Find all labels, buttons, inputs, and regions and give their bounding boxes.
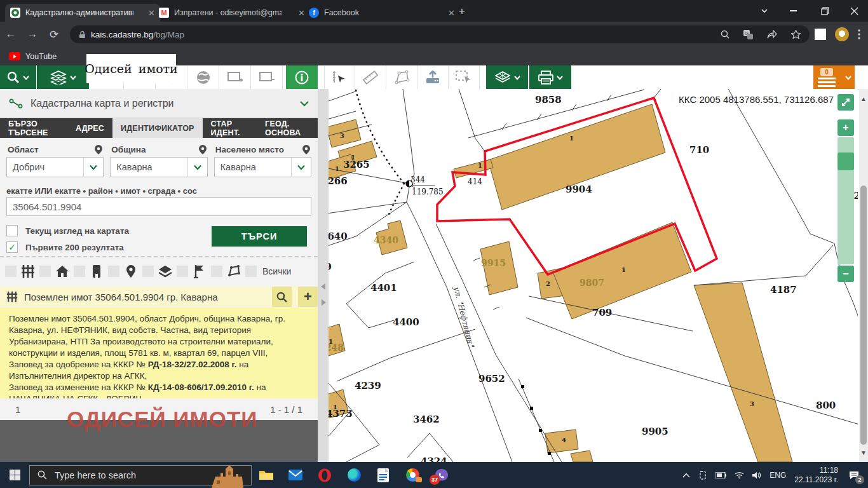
- tab-quick-search[interactable]: БЪРЗО ТЪРСЕНЕ: [0, 118, 67, 138]
- page-number[interactable]: 1: [15, 404, 20, 415]
- zoom-out-box-button[interactable]: [251, 65, 283, 89]
- wifi-icon[interactable]: [735, 471, 744, 478]
- new-tab-button[interactable]: +: [459, 5, 465, 18]
- sidebar-splitter[interactable]: [318, 89, 329, 462]
- house-icon[interactable]: [55, 264, 69, 278]
- search-tool-button[interactable]: [0, 65, 36, 89]
- tab-facebook[interactable]: f Facebook ✕: [304, 4, 460, 22]
- filter-checkbox[interactable]: [108, 266, 119, 277]
- layers-tool-button[interactable]: [37, 65, 89, 89]
- checkbox-first-200[interactable]: ✓ Първите 200 резултата: [6, 241, 124, 253]
- menu-dots-icon[interactable]: [858, 29, 860, 39]
- add-result-button[interactable]: +: [298, 287, 318, 307]
- map-pin-icon[interactable]: [199, 145, 207, 154]
- flag-icon[interactable]: [193, 264, 207, 278]
- file-explorer-icon[interactable]: [252, 462, 281, 488]
- pin-icon[interactable]: [124, 264, 138, 278]
- tab-close-icon[interactable]: ✕: [448, 8, 455, 18]
- taskbar-search-box[interactable]: Type here to search: [29, 465, 252, 485]
- polygon-icon[interactable]: [227, 264, 241, 278]
- action-center-icon[interactable]: 2: [846, 468, 862, 483]
- identify-info-button[interactable]: [286, 65, 318, 89]
- zoom-slider-handle[interactable]: [837, 152, 854, 170]
- page-scrollbar-thumb[interactable]: [860, 186, 867, 445]
- mail-icon[interactable]: [281, 462, 310, 488]
- reload-icon[interactable]: ⟳: [43, 28, 65, 41]
- checkbox-icon[interactable]: ✓: [6, 241, 18, 253]
- measure-area-button[interactable]: [386, 65, 417, 89]
- select-region-button[interactable]: [449, 65, 480, 89]
- tab-gmail[interactable]: M Изпратени - odiseyimoti@gmai ✕: [154, 4, 310, 22]
- import-data-button[interactable]: [417, 65, 449, 89]
- chrome-icon[interactable]: [398, 462, 427, 488]
- filter-checkbox[interactable]: [39, 266, 51, 277]
- search-icon[interactable]: [721, 30, 729, 39]
- collapse-left-icon[interactable]: [320, 283, 326, 290]
- filter-checkbox[interactable]: [211, 266, 222, 277]
- grid-parcel-icon[interactable]: [21, 264, 35, 278]
- expand-right-icon[interactable]: [321, 299, 327, 306]
- scroll-up-icon[interactable]: ▲: [860, 95, 867, 102]
- filter-checkbox[interactable]: [142, 266, 154, 277]
- tab-search-chevron-icon[interactable]: [760, 6, 769, 18]
- viber-icon[interactable]: 37: [427, 462, 456, 488]
- tab-geod-basis[interactable]: ГЕОД. ОСНОВА: [257, 118, 318, 138]
- opera-icon[interactable]: [310, 462, 339, 488]
- filter-checkbox[interactable]: [5, 266, 17, 277]
- layers-icon[interactable]: [158, 264, 172, 278]
- share-icon[interactable]: [767, 30, 777, 39]
- bookmark-star-icon[interactable]: [791, 30, 801, 39]
- measure-distance-button[interactable]: [355, 65, 386, 89]
- settlement-select[interactable]: Каварна: [214, 157, 311, 177]
- tab-address[interactable]: АДРЕС: [67, 118, 112, 138]
- back-icon[interactable]: ←: [0, 28, 22, 41]
- tray-expand-icon[interactable]: [682, 473, 690, 478]
- scroll-down-icon[interactable]: ▼: [860, 449, 867, 456]
- print-button[interactable]: [529, 65, 571, 89]
- url-field[interactable]: kais.cadastre.bg/bg/Map G: [70, 25, 810, 43]
- speaker-icon[interactable]: [752, 471, 761, 479]
- bookmark-youtube[interactable]: YouTube: [25, 52, 57, 61]
- checkbox-current-view[interactable]: Текущ изглед на картата: [6, 225, 129, 236]
- map-pin-icon[interactable]: [302, 145, 310, 154]
- selection-basket-button[interactable]: 0: [813, 65, 855, 89]
- libreoffice-writer-icon[interactable]: [369, 462, 398, 488]
- close-button[interactable]: [850, 6, 858, 18]
- zoom-in-button[interactable]: +: [837, 119, 854, 136]
- tab-old-ident[interactable]: СТАР ИДЕНТ.: [203, 118, 257, 138]
- restore-button[interactable]: [821, 6, 829, 18]
- chevron-down-icon[interactable]: [300, 100, 309, 107]
- building-icon[interactable]: [90, 264, 104, 278]
- map-layers-button[interactable]: [486, 65, 528, 89]
- phone-link-icon[interactable]: [698, 471, 707, 480]
- filter-checkbox[interactable]: [74, 266, 85, 277]
- oblast-select[interactable]: Добрич: [6, 157, 104, 177]
- full-extent-globe-button[interactable]: [187, 65, 219, 89]
- filter-checkbox[interactable]: [177, 266, 188, 277]
- zoom-in-box-button[interactable]: [219, 65, 251, 89]
- map-canvas[interactable]: 9858710990432653266964044014400423943733…: [318, 89, 858, 462]
- minimize-button[interactable]: [790, 10, 797, 11]
- clock[interactable]: 11:18 22.11.2023 г.: [794, 466, 838, 485]
- map-pin-icon[interactable]: [95, 145, 102, 154]
- zoom-to-result-button[interactable]: [272, 287, 292, 307]
- battery-icon[interactable]: [715, 472, 726, 478]
- edge-icon[interactable]: [339, 462, 369, 488]
- checkbox-icon[interactable]: [6, 225, 18, 236]
- language-indicator[interactable]: ENG: [770, 471, 786, 480]
- identifier-input[interactable]: 35064.501.9904: [6, 197, 311, 216]
- sidebar-header[interactable]: Кадастрална карта и регистри: [0, 89, 318, 118]
- extension-icon[interactable]: [815, 29, 826, 40]
- obshtina-select[interactable]: Каварна: [110, 157, 207, 177]
- expand-map-button[interactable]: [837, 94, 854, 111]
- filter-checkbox[interactable]: [245, 266, 257, 277]
- start-button[interactable]: [0, 462, 29, 488]
- zoom-out-button[interactable]: −: [837, 266, 854, 282]
- search-submit-button[interactable]: ТЪРСИ: [212, 226, 307, 247]
- tab-kais[interactable]: Кадастрално-административна ✕: [5, 4, 160, 22]
- scale-tool-button[interactable]: [324, 65, 355, 89]
- tab-identifier[interactable]: ИДЕНТИФИКАТОР: [112, 118, 203, 138]
- result-row[interactable]: Поземлен имот 35064.501.9904 гр. Каварна…: [0, 287, 318, 307]
- translate-icon[interactable]: G: [743, 30, 753, 39]
- filter-all-label[interactable]: Всички: [262, 266, 291, 276]
